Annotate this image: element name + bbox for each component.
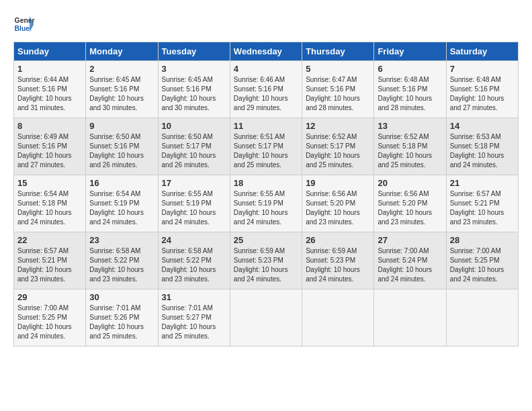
day-number: 18 <box>234 178 298 188</box>
day-number: 10 <box>162 121 226 131</box>
logo: General Blue <box>13 13 35 35</box>
weekday-header-sunday: Sunday <box>14 42 86 61</box>
day-number: 7 <box>450 64 515 74</box>
calendar-day-cell: 22 Sunrise: 6:57 AM Sunset: 5:21 PM Dayl… <box>14 232 86 289</box>
calendar-day-cell: 24 Sunrise: 6:58 AM Sunset: 5:22 PM Dayl… <box>158 232 230 289</box>
day-number: 27 <box>378 235 442 245</box>
day-number: 31 <box>162 292 226 302</box>
calendar-day-cell <box>446 289 518 347</box>
calendar-day-cell: 28 Sunrise: 7:00 AM Sunset: 5:25 PM Dayl… <box>446 232 518 289</box>
day-number: 26 <box>306 235 370 245</box>
day-info: Sunrise: 6:55 AM Sunset: 5:19 PM Dayligh… <box>162 189 226 227</box>
calendar-day-cell: 6 Sunrise: 6:48 AM Sunset: 5:16 PM Dayli… <box>374 61 446 118</box>
day-info: Sunrise: 7:01 AM Sunset: 5:27 PM Dayligh… <box>162 304 226 341</box>
weekday-header-friday: Friday <box>374 42 446 61</box>
calendar-day-cell: 7 Sunrise: 6:48 AM Sunset: 5:16 PM Dayli… <box>446 61 518 118</box>
day-number: 14 <box>450 121 515 131</box>
calendar-week-row: 15 Sunrise: 6:54 AM Sunset: 5:18 PM Dayl… <box>14 175 519 232</box>
day-info: Sunrise: 6:52 AM Sunset: 5:17 PM Dayligh… <box>306 132 370 170</box>
day-info: Sunrise: 6:50 AM Sunset: 5:16 PM Dayligh… <box>89 132 154 170</box>
weekday-header-thursday: Thursday <box>302 42 374 61</box>
day-number: 2 <box>89 64 154 74</box>
calendar-day-cell: 18 Sunrise: 6:55 AM Sunset: 5:19 PM Dayl… <box>230 175 302 232</box>
calendar-day-cell: 27 Sunrise: 7:00 AM Sunset: 5:24 PM Dayl… <box>374 232 446 289</box>
day-info: Sunrise: 6:55 AM Sunset: 5:19 PM Dayligh… <box>234 189 298 227</box>
calendar-day-cell: 31 Sunrise: 7:01 AM Sunset: 5:27 PM Dayl… <box>158 289 230 347</box>
calendar-day-cell: 4 Sunrise: 6:46 AM Sunset: 5:16 PM Dayli… <box>230 61 302 118</box>
calendar-day-cell: 29 Sunrise: 7:00 AM Sunset: 5:25 PM Dayl… <box>14 289 86 347</box>
day-number: 29 <box>17 292 82 302</box>
calendar-day-cell: 30 Sunrise: 7:01 AM Sunset: 5:26 PM Dayl… <box>86 289 158 347</box>
day-info: Sunrise: 6:56 AM Sunset: 5:20 PM Dayligh… <box>378 189 442 227</box>
day-number: 23 <box>89 235 154 245</box>
calendar-day-cell: 13 Sunrise: 6:52 AM Sunset: 5:18 PM Dayl… <box>374 118 446 175</box>
day-info: Sunrise: 7:00 AM Sunset: 5:24 PM Dayligh… <box>378 246 442 284</box>
day-info: Sunrise: 6:53 AM Sunset: 5:18 PM Dayligh… <box>450 132 515 170</box>
day-number: 12 <box>306 121 370 131</box>
day-number: 22 <box>17 235 82 245</box>
calendar-day-cell: 21 Sunrise: 6:57 AM Sunset: 5:21 PM Dayl… <box>446 175 518 232</box>
weekday-header-tuesday: Tuesday <box>158 42 230 61</box>
day-info: Sunrise: 6:59 AM Sunset: 5:23 PM Dayligh… <box>234 246 298 284</box>
day-info: Sunrise: 6:57 AM Sunset: 5:21 PM Dayligh… <box>450 189 515 227</box>
day-info: Sunrise: 6:44 AM Sunset: 5:16 PM Dayligh… <box>17 75 82 113</box>
day-number: 15 <box>17 178 82 188</box>
day-info: Sunrise: 6:48 AM Sunset: 5:16 PM Dayligh… <box>378 75 442 113</box>
day-number: 19 <box>306 178 370 188</box>
day-number: 20 <box>378 178 442 188</box>
calendar-day-cell: 20 Sunrise: 6:56 AM Sunset: 5:20 PM Dayl… <box>374 175 446 232</box>
calendar-day-cell <box>230 289 302 347</box>
day-info: Sunrise: 6:52 AM Sunset: 5:18 PM Dayligh… <box>378 132 442 170</box>
calendar-week-row: 22 Sunrise: 6:57 AM Sunset: 5:21 PM Dayl… <box>14 232 519 289</box>
day-info: Sunrise: 6:57 AM Sunset: 5:21 PM Dayligh… <box>17 246 82 284</box>
day-number: 21 <box>450 178 515 188</box>
logo-icon: General Blue <box>13 13 35 35</box>
calendar-day-cell: 9 Sunrise: 6:50 AM Sunset: 5:16 PM Dayli… <box>86 118 158 175</box>
day-number: 30 <box>89 292 154 302</box>
calendar-day-cell: 8 Sunrise: 6:49 AM Sunset: 5:16 PM Dayli… <box>14 118 86 175</box>
day-number: 5 <box>306 64 370 74</box>
calendar-day-cell: 2 Sunrise: 6:45 AM Sunset: 5:16 PM Dayli… <box>86 61 158 118</box>
day-number: 9 <box>89 121 154 131</box>
day-info: Sunrise: 6:49 AM Sunset: 5:16 PM Dayligh… <box>17 132 82 170</box>
day-number: 3 <box>162 64 226 74</box>
calendar-day-cell: 12 Sunrise: 6:52 AM Sunset: 5:17 PM Dayl… <box>302 118 374 175</box>
day-info: Sunrise: 6:58 AM Sunset: 5:22 PM Dayligh… <box>162 246 226 284</box>
day-number: 17 <box>162 178 226 188</box>
day-info: Sunrise: 7:00 AM Sunset: 5:25 PM Dayligh… <box>17 304 82 341</box>
calendar-day-cell: 16 Sunrise: 6:54 AM Sunset: 5:19 PM Dayl… <box>86 175 158 232</box>
day-info: Sunrise: 6:46 AM Sunset: 5:16 PM Dayligh… <box>234 75 298 113</box>
calendar-day-cell: 15 Sunrise: 6:54 AM Sunset: 5:18 PM Dayl… <box>14 175 86 232</box>
calendar-day-cell: 23 Sunrise: 6:58 AM Sunset: 5:22 PM Dayl… <box>86 232 158 289</box>
calendar-week-row: 29 Sunrise: 7:00 AM Sunset: 5:25 PM Dayl… <box>14 289 519 347</box>
day-info: Sunrise: 6:54 AM Sunset: 5:18 PM Dayligh… <box>17 189 82 227</box>
calendar-week-row: 8 Sunrise: 6:49 AM Sunset: 5:16 PM Dayli… <box>14 118 519 175</box>
weekday-header-row: SundayMondayTuesdayWednesdayThursdayFrid… <box>14 42 519 61</box>
day-info: Sunrise: 6:58 AM Sunset: 5:22 PM Dayligh… <box>89 246 154 284</box>
day-info: Sunrise: 6:51 AM Sunset: 5:17 PM Dayligh… <box>234 132 298 170</box>
day-number: 8 <box>17 121 82 131</box>
day-info: Sunrise: 6:50 AM Sunset: 5:17 PM Dayligh… <box>162 132 226 170</box>
day-info: Sunrise: 6:45 AM Sunset: 5:16 PM Dayligh… <box>89 75 154 113</box>
calendar-day-cell: 25 Sunrise: 6:59 AM Sunset: 5:23 PM Dayl… <box>230 232 302 289</box>
calendar-table: SundayMondayTuesdayWednesdayThursdayFrid… <box>13 42 519 347</box>
weekday-header-saturday: Saturday <box>446 42 518 61</box>
day-number: 1 <box>17 64 82 74</box>
calendar-day-cell: 10 Sunrise: 6:50 AM Sunset: 5:17 PM Dayl… <box>158 118 230 175</box>
day-number: 4 <box>234 64 298 74</box>
day-info: Sunrise: 6:45 AM Sunset: 5:16 PM Dayligh… <box>162 75 226 113</box>
calendar-day-cell: 19 Sunrise: 6:56 AM Sunset: 5:20 PM Dayl… <box>302 175 374 232</box>
weekday-header-monday: Monday <box>86 42 158 61</box>
calendar-day-cell: 17 Sunrise: 6:55 AM Sunset: 5:19 PM Dayl… <box>158 175 230 232</box>
calendar-day-cell: 1 Sunrise: 6:44 AM Sunset: 5:16 PM Dayli… <box>14 61 86 118</box>
calendar-week-row: 1 Sunrise: 6:44 AM Sunset: 5:16 PM Dayli… <box>14 61 519 118</box>
day-info: Sunrise: 7:01 AM Sunset: 5:26 PM Dayligh… <box>89 304 154 341</box>
day-info: Sunrise: 6:59 AM Sunset: 5:23 PM Dayligh… <box>306 246 370 284</box>
day-number: 25 <box>234 235 298 245</box>
calendar-day-cell <box>302 289 374 347</box>
calendar-day-cell: 11 Sunrise: 6:51 AM Sunset: 5:17 PM Dayl… <box>230 118 302 175</box>
calendar-day-cell: 5 Sunrise: 6:47 AM Sunset: 5:16 PM Dayli… <box>302 61 374 118</box>
day-number: 11 <box>234 121 298 131</box>
weekday-header-wednesday: Wednesday <box>230 42 302 61</box>
day-number: 16 <box>89 178 154 188</box>
